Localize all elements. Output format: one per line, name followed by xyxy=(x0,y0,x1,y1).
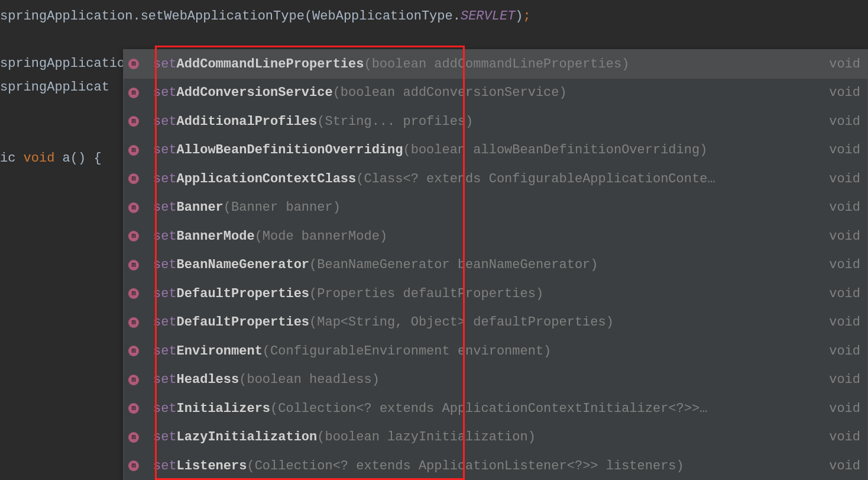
return-type: void xyxy=(829,430,863,444)
completion-signature: setDefaultProperties(Map<String, Object>… xyxy=(153,315,822,330)
method-icon: m xyxy=(128,231,139,241)
method-icon: m xyxy=(128,288,139,299)
completion-signature: setInitializers(Collection<? extends App… xyxy=(153,401,822,416)
completion-signature: setAdditionalProfiles(String... profiles… xyxy=(153,114,822,129)
return-type: void xyxy=(829,200,863,215)
completion-item[interactable]: msetBannerMode(Mode bannerMode)void xyxy=(124,222,867,251)
code-completion-popup[interactable]: msetAddCommandLineProperties(boolean add… xyxy=(123,49,868,480)
method-icon: m xyxy=(128,375,139,385)
method-icon: m xyxy=(128,403,139,414)
completion-item[interactable]: msetInitializers(Collection<? extends Ap… xyxy=(124,394,867,423)
completion-item[interactable]: msetAddCommandLineProperties(boolean add… xyxy=(124,50,867,79)
completion-item[interactable]: msetAdditionalProfiles(String... profile… xyxy=(124,107,867,136)
completion-signature: setHeadless(boolean headless) xyxy=(153,372,822,387)
return-type: void xyxy=(829,459,863,473)
return-type: void xyxy=(829,257,863,272)
completion-signature: setApplicationContextClass(Class<? exten… xyxy=(153,172,822,186)
method-icon: m xyxy=(128,432,139,443)
completion-item[interactable]: msetListeners(Collection<? extends Appli… xyxy=(124,452,867,480)
return-type: void xyxy=(829,172,863,186)
method-icon: m xyxy=(128,88,139,98)
return-type: void xyxy=(829,229,863,244)
return-type: void xyxy=(829,344,863,359)
code-line-blank-1 xyxy=(0,28,868,52)
completion-item[interactable]: msetBeanNameGenerator(BeanNameGenerator … xyxy=(124,251,867,280)
method-icon: m xyxy=(128,317,139,328)
method-icon: m xyxy=(128,145,139,156)
completion-item[interactable]: msetApplicationContextClass(Class<? exte… xyxy=(124,165,867,194)
return-type: void xyxy=(829,286,863,301)
completion-signature: setListeners(Collection<? extends Applic… xyxy=(153,459,822,473)
completion-signature: setAddConversionService(boolean addConve… xyxy=(153,85,822,100)
return-type: void xyxy=(829,401,863,416)
completion-signature: setAllowBeanDefinitionOverriding(boolean… xyxy=(153,143,822,157)
method-icon: m xyxy=(128,173,139,184)
completion-item[interactable]: msetLazyInitialization(boolean lazyIniti… xyxy=(124,423,867,452)
method-icon: m xyxy=(128,460,139,471)
completion-item[interactable]: msetAddConversionService(boolean addConv… xyxy=(124,79,867,108)
completion-signature: setBannerMode(Mode bannerMode) xyxy=(153,229,822,244)
completion-item[interactable]: msetDefaultProperties(Properties default… xyxy=(124,279,867,308)
return-type: void xyxy=(829,143,863,157)
method-icon: m xyxy=(128,202,139,213)
method-icon: m xyxy=(128,260,139,270)
return-type: void xyxy=(829,85,863,100)
completion-signature: setAddCommandLineProperties(boolean addC… xyxy=(153,57,822,72)
completion-item[interactable]: msetBanner(Banner banner)void xyxy=(124,194,867,223)
code-line-1: springApplication.setWebApplicationType(… xyxy=(0,5,868,28)
completion-signature: setDefaultProperties(Properties defaultP… xyxy=(153,286,822,301)
completion-item[interactable]: msetEnvironment(ConfigurableEnvironment … xyxy=(124,337,867,366)
method-icon: m xyxy=(128,346,139,356)
method-icon: m xyxy=(128,116,139,127)
method-icon: m xyxy=(128,59,139,69)
return-type: void xyxy=(829,57,863,72)
completion-item[interactable]: msetDefaultProperties(Map<String, Object… xyxy=(124,308,867,337)
completion-item[interactable]: msetHeadless(boolean headless)void xyxy=(124,366,867,395)
return-type: void xyxy=(829,114,863,129)
completion-item[interactable]: msetAllowBeanDefinitionOverriding(boolea… xyxy=(124,136,867,165)
completion-signature: setLazyInitialization(boolean lazyInitia… xyxy=(153,430,822,444)
return-type: void xyxy=(829,315,863,330)
completion-signature: setBanner(Banner banner) xyxy=(153,200,822,215)
completion-signature: setBeanNameGenerator(BeanNameGenerator b… xyxy=(153,257,822,272)
return-type: void xyxy=(829,372,863,387)
completion-signature: setEnvironment(ConfigurableEnvironment e… xyxy=(153,344,822,359)
